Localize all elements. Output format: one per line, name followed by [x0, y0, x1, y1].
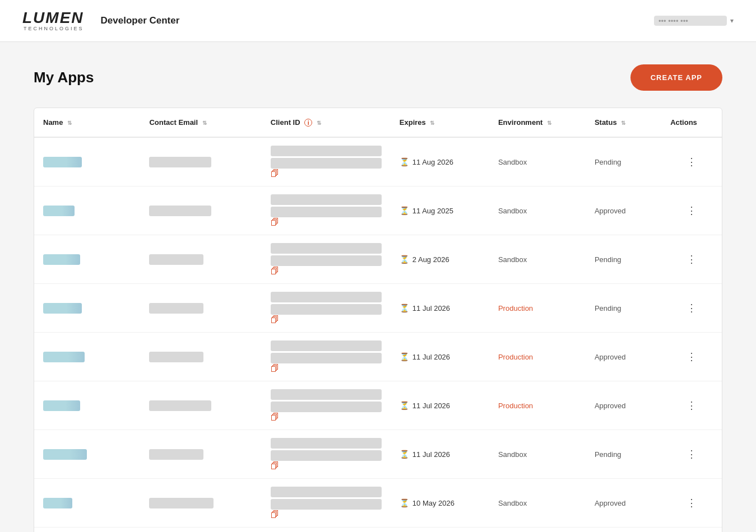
- clock-icon: ⏳: [400, 401, 409, 410]
- col-expires: Expires ⇅: [391, 108, 489, 137]
- sort-icon-name[interactable]: ⇅: [67, 120, 72, 126]
- sort-icon-expires[interactable]: ⇅: [430, 120, 434, 126]
- actions-menu-button[interactable]: ⋮: [687, 497, 697, 508]
- status-value: Approved: [595, 207, 626, 215]
- environment-value: Sandbox: [498, 255, 527, 264]
- cell-expires: ⏳11 Jul 2026: [391, 284, 489, 333]
- cell-email: •••••••• •••• •••••: [140, 235, 261, 284]
- cell-actions: ⋮: [661, 284, 722, 333]
- cell-name[interactable]: •••• •••••• •: [34, 284, 140, 333]
- status-value: Pending: [595, 255, 622, 264]
- actions-menu-button[interactable]: ⋮: [687, 449, 697, 460]
- environment-value: Sandbox: [498, 499, 527, 507]
- expires-date: 11 Aug 2025: [412, 207, 453, 215]
- cell-status: Pending: [586, 528, 661, 533]
- apps-table: Name ⇅ Contact Email ⇅ Client ID i ⇅ Exp…: [34, 108, 722, 532]
- header-left: LUMEN TECHNOLOGIES Developer Center: [22, 10, 179, 31]
- table-row: ••• •••••• ••••• •••• ••••••••••••••••••…: [34, 137, 722, 186]
- copy-clientid-icon[interactable]: 🗍: [271, 363, 279, 373]
- actions-menu-button[interactable]: ⋮: [687, 156, 697, 167]
- copy-clientid-icon[interactable]: 🗍: [271, 510, 279, 519]
- create-app-button[interactable]: CREATE APP: [630, 64, 722, 91]
- sort-icon-email[interactable]: ⇅: [202, 120, 207, 126]
- cell-name[interactable]: ••• •••••• •••: [34, 333, 140, 381]
- cell-status: Approved: [586, 381, 661, 430]
- cell-name[interactable]: ••• •••• •: [34, 186, 140, 235]
- sort-icon-status[interactable]: ⇅: [621, 120, 625, 126]
- expires-date: 2 Aug 2026: [412, 255, 449, 264]
- cell-environment: Production: [489, 333, 586, 381]
- cell-environment: Production: [489, 381, 586, 430]
- cell-clientid: •••••••• •••• •••••••• •••••••••••🗍: [262, 186, 391, 235]
- actions-menu-button[interactable]: ⋮: [687, 302, 697, 314]
- logo-technologies-text: TECHNOLOGIES: [24, 26, 84, 31]
- copy-clientid-icon[interactable]: 🗍: [271, 461, 279, 470]
- sort-icon-environment[interactable]: ⇅: [547, 120, 551, 126]
- copy-clientid-icon[interactable]: 🗍: [271, 412, 279, 422]
- status-value: Pending: [595, 450, 622, 459]
- cell-email: ••• •••• •••••••••••••: [140, 186, 261, 235]
- table-row: ••• •••••••••••• •••• •••••••••••• •••• …: [34, 528, 722, 533]
- status-value: Approved: [595, 402, 626, 410]
- environment-value: Sandbox: [498, 207, 527, 215]
- cell-name[interactable]: ••• •••••: [34, 479, 140, 528]
- header-right: ••• •••• ••• ▾: [654, 16, 734, 26]
- cell-email: •••••••• •••• •••••: [140, 284, 261, 333]
- table-row: •••• •••••• ••••••••• •••• •••••••••••• …: [34, 284, 722, 333]
- cell-clientid: ••••••• •••• ••••••••• •••• •••••••••🗍: [262, 528, 391, 533]
- copy-clientid-icon[interactable]: 🗍: [271, 169, 279, 178]
- header-title: Developer Center: [101, 15, 180, 26]
- col-email: Contact Email ⇅: [140, 108, 261, 137]
- cell-clientid: ••••••• •••• •••••••• • •••••••••🗍: [262, 430, 391, 479]
- apps-table-container: Name ⇅ Contact Email ⇅ Client ID i ⇅ Exp…: [34, 108, 722, 532]
- cell-name[interactable]: ••• •••••• ••: [34, 137, 140, 186]
- actions-menu-button[interactable]: ⋮: [687, 351, 697, 362]
- cell-clientid: •••••••• •• ••••••• •• ••••••••••🗍: [262, 479, 391, 528]
- expires-date: 11 Jul 2026: [412, 304, 450, 312]
- cell-actions: ⋮: [661, 381, 722, 430]
- status-value: Pending: [595, 304, 622, 312]
- cell-email: •••••••• •••• •••••: [140, 430, 261, 479]
- table-row: ••• •••• •••• •••• •••••••••••••••••••••…: [34, 186, 722, 235]
- cell-name[interactable]: ••• ••••••••: [34, 381, 140, 430]
- cell-name[interactable]: •••••• •••••: [34, 235, 140, 284]
- cell-environment: Sandbox: [489, 430, 586, 479]
- cell-status: Approved: [586, 186, 661, 235]
- copy-clientid-icon[interactable]: 🗍: [271, 315, 279, 324]
- copy-clientid-icon[interactable]: 🗍: [271, 266, 279, 276]
- chevron-down-icon[interactable]: ▾: [730, 17, 734, 25]
- cell-expires: ⏳2 Aug 2026: [391, 235, 489, 284]
- status-value: Pending: [595, 158, 622, 166]
- info-icon-clientid[interactable]: i: [304, 119, 312, 127]
- cell-actions: ⋮: [661, 235, 722, 284]
- cell-status: Pending: [586, 430, 661, 479]
- cell-name[interactable]: •••••• •••• •••: [34, 430, 140, 479]
- environment-value: Sandbox: [498, 450, 527, 459]
- actions-menu-button[interactable]: ⋮: [687, 254, 697, 265]
- cell-email: •••••••• •••• •••••••••: [140, 479, 261, 528]
- cell-expires: ⏳10 May 2026: [391, 479, 489, 528]
- clock-icon: ⏳: [400, 304, 409, 312]
- cell-expires: ⏳11 Aug 2026: [391, 137, 489, 186]
- cell-environment: Sandbox: [489, 479, 586, 528]
- cell-email: ••• •••• •••••••••••••: [140, 381, 261, 430]
- sort-icon-clientid[interactable]: ⇅: [317, 120, 321, 126]
- cell-clientid: •••••••• •••••••• ••••🗍: [262, 137, 391, 186]
- expires-date: 11 Aug 2026: [412, 158, 453, 166]
- cell-expires: ⏳11 Jul 2026: [391, 381, 489, 430]
- copy-clientid-icon[interactable]: 🗍: [271, 217, 279, 227]
- expires-date: 10 May 2026: [412, 499, 454, 507]
- col-status: Status ⇅: [586, 108, 661, 137]
- col-actions: Actions: [661, 108, 722, 137]
- table-body: ••• •••••• ••••• •••• ••••••••••••••••••…: [34, 137, 722, 532]
- cell-actions: ⋮: [661, 333, 722, 381]
- page-title: My Apps: [34, 69, 94, 86]
- actions-menu-button[interactable]: ⋮: [687, 205, 697, 216]
- actions-menu-button[interactable]: ⋮: [687, 400, 697, 411]
- cell-actions: ⋮: [661, 430, 722, 479]
- cell-name[interactable]: ••• ••••: [34, 528, 140, 533]
- cell-clientid: •••••••• •••• ••••••• ••••••••🗍: [262, 381, 391, 430]
- status-value: Approved: [595, 499, 626, 507]
- status-value: Approved: [595, 353, 626, 361]
- cell-email: •••••••• •••• •••••: [140, 333, 261, 381]
